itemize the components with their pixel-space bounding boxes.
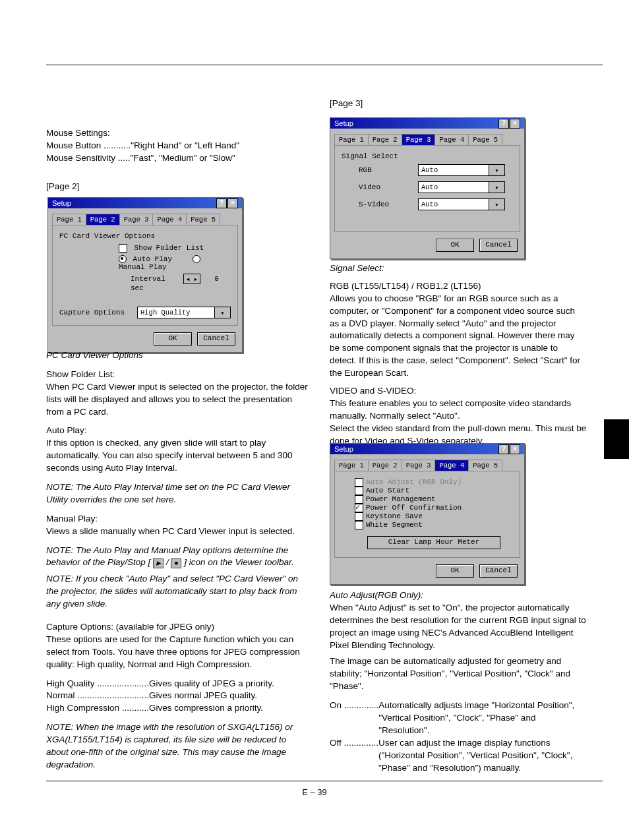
note-1: NOTE: The Auto Play Interval time set on… [46, 481, 310, 506]
radio-manual-play[interactable] [193, 255, 200, 263]
capture-title: Capture Options: (available for JPEG onl… [46, 621, 310, 634]
tab-page5[interactable]: Page 5 [186, 214, 220, 225]
dialog-title: Setup [334, 444, 353, 454]
tab-page5[interactable]: Page 5 [468, 460, 502, 471]
tab-page3[interactable]: Page 3 [402, 134, 436, 145]
pm-row: Power Management [355, 495, 513, 504]
show-folder-label: Show Folder List [135, 244, 204, 252]
spin-left-icon[interactable]: ◀ [184, 274, 192, 284]
tab-page2[interactable]: Page 2 [368, 134, 402, 145]
tab-page2[interactable]: Page 2 [86, 214, 120, 225]
tab-page4[interactable]: Page 4 [434, 460, 469, 471]
note-2b: ] icon on the Viewer toolbar. [184, 557, 294, 567]
svideo-combo[interactable]: Auto ▾ [418, 198, 505, 210]
checkbox-show-folder[interactable] [119, 244, 127, 253]
tab-page1[interactable]: Page 1 [334, 460, 369, 471]
checkbox-auto-start[interactable] [355, 487, 363, 495]
radio-auto-play[interactable] [119, 255, 127, 263]
tabset: Page 1 Page 2 Page 3 Page 4 Page 5 [330, 129, 524, 145]
tab-page5[interactable]: Page 5 [468, 134, 502, 145]
on-val: Automatically adjusts image "Horizontal … [378, 700, 587, 737]
combo-value: Auto [419, 200, 489, 208]
right-column: [Page 3] [330, 98, 587, 110]
manual-play-title: Manual Play: [46, 513, 310, 525]
nm-val: Gives normal JPEG quality. [149, 690, 257, 702]
mouse-sens-label: Mouse Sensitivity [46, 152, 115, 165]
tab-page2[interactable]: Page 2 [368, 460, 402, 471]
mouse-button-val: "Right Hand" or "Left Hand" [131, 140, 239, 152]
interval-spinner[interactable]: ◀ ▶ [183, 274, 200, 284]
aa-row: Auto Adjust (RGB Only) [355, 478, 513, 487]
off-label: Off [330, 737, 342, 750]
checkbox-keystone-save[interactable] [355, 512, 363, 521]
tab-page3[interactable]: Page 3 [402, 460, 436, 471]
svideo-label: S-Video [359, 200, 418, 208]
panel: Auto Adjust (RGB Only) Auto Start Power … [334, 471, 520, 558]
tab-page1[interactable]: Page 1 [52, 214, 86, 225]
help-icon[interactable]: ? [498, 119, 509, 129]
video-combo[interactable]: Auto ▾ [418, 181, 505, 193]
close-icon[interactable]: × [510, 444, 520, 454]
pc-card-options-heading: PC Card Viewer Options [46, 349, 310, 362]
dialog-title: Setup [334, 118, 353, 129]
interval-value: 0 [214, 275, 219, 283]
tab-page4[interactable]: Page 4 [434, 134, 469, 145]
cancel-button[interactable]: Cancel [479, 564, 518, 578]
panel: PC Card Viewer Options Show Folder List … [52, 225, 238, 326]
page3-heading: [Page 3] [330, 98, 587, 110]
interval-label: Interval [131, 275, 165, 283]
rgb-combo[interactable]: Auto ▾ [418, 164, 505, 176]
checkbox-white-segment[interactable] [355, 521, 363, 529]
def-row: Normal ............................. Giv… [46, 690, 310, 702]
def-row: Mouse Button ........... "Right Hand" or… [46, 140, 310, 152]
interval-row: Interval ◀ ▶ 0 sec [119, 274, 231, 292]
dialog-setup-page3: Setup ? × Page 1 Page 2 Page 3 Page 4 Pa… [330, 117, 525, 259]
def-row: High Quality ..................... Gives… [46, 678, 310, 690]
tabset: Page 1 Page 2 Page 3 Page 4 Page 5 [330, 454, 524, 471]
stop-icon: ■ [171, 558, 181, 568]
dropdown-icon: ▾ [214, 307, 230, 318]
tabset: Page 1 Page 2 Page 3 Page 4 Page 5 [48, 208, 242, 225]
auto-adjust-title: Auto Adjust(RGB Only): [330, 589, 587, 602]
rule-top [46, 65, 603, 65]
close-icon[interactable]: × [227, 198, 238, 208]
tab-page3[interactable]: Page 3 [119, 214, 154, 225]
checkbox-power-off-conf[interactable] [355, 504, 363, 512]
cancel-button[interactable]: Cancel [479, 239, 518, 252]
page-number: E – 39 [0, 787, 629, 797]
checkbox-auto-adjust[interactable] [355, 478, 363, 487]
combo-value: High Quality [138, 309, 214, 316]
video-label: Video [359, 183, 418, 191]
capture-para: These options are used for the Capture f… [46, 634, 310, 671]
spin-right-icon[interactable]: ▶ [192, 274, 200, 284]
signal-select-title: Signal Select: [330, 262, 587, 275]
tab-page4[interactable]: Page 4 [152, 214, 187, 225]
close-icon[interactable]: × [510, 119, 520, 129]
dialog-title: Setup [52, 198, 71, 208]
signal-select-label: Signal Select [342, 152, 513, 160]
ok-button[interactable]: OK [154, 332, 192, 345]
help-icon[interactable]: ? [498, 444, 509, 454]
capture-quality-combo[interactable]: High Quality ▾ [137, 307, 231, 318]
cancel-button[interactable]: Cancel [197, 332, 235, 345]
as-row: Auto Start [355, 487, 513, 495]
poc-row: Power Off Confirmation [355, 504, 513, 512]
clear-lamp-button[interactable]: Clear Lamp Hour Meter [367, 536, 500, 549]
hq-label: High Quality [46, 678, 95, 690]
dots: ............................. [75, 690, 150, 702]
dots: ........... [119, 702, 149, 715]
dropdown-icon: ▾ [489, 182, 504, 193]
on-label: On [330, 700, 342, 712]
note-3: NOTE: If you check "Auto Play" and selec… [46, 573, 310, 611]
dots: .............. [342, 737, 378, 750]
tab-page1[interactable]: Page 1 [334, 134, 369, 145]
ok-button[interactable]: OK [436, 239, 474, 252]
help-icon[interactable]: ? [216, 198, 227, 208]
play-mode-row: Auto Play Manual Play [119, 255, 231, 271]
dropdown-icon: ▾ [489, 199, 504, 210]
rgb-para: Allows you to choose "RGB" for an RGB so… [330, 293, 587, 380]
dots: ..... [115, 152, 131, 165]
rgb-section-title: RGB (LT155/LT154) / RGB1,2 (LT156) [330, 280, 587, 293]
dots: .............. [342, 700, 378, 712]
ok-button[interactable]: OK [436, 564, 474, 578]
